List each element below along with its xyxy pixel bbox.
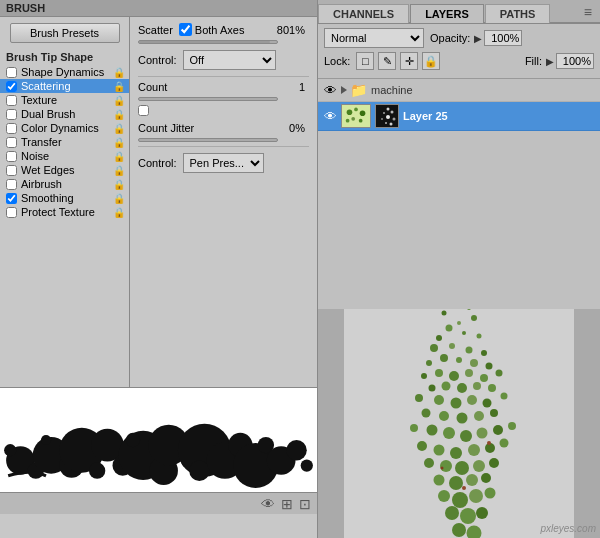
svg-point-26 xyxy=(347,109,353,115)
layer-group-machine[interactable]: 👁 📁 machine xyxy=(318,79,600,102)
svg-point-65 xyxy=(496,370,503,377)
svg-point-38 xyxy=(393,118,396,121)
shape-dynamics-checkbox[interactable] xyxy=(6,67,17,78)
panel-menu-button[interactable]: ≡ xyxy=(580,2,596,22)
count-jitter-slider[interactable] xyxy=(138,138,278,142)
sidebar-item-shape-dynamics[interactable]: Shape Dynamics 🔒 xyxy=(0,65,129,79)
lock-all-button[interactable]: 🔒 xyxy=(422,52,440,70)
svg-point-53 xyxy=(466,347,473,354)
dual-brush-checkbox[interactable] xyxy=(6,109,17,120)
preview-icon-eye[interactable]: 👁 xyxy=(261,496,275,512)
svg-point-107 xyxy=(485,488,496,499)
tab-channels[interactable]: CHANNELS xyxy=(318,4,409,23)
svg-point-73 xyxy=(451,398,462,409)
layer-mask-svg xyxy=(376,105,399,128)
scatter-label: Scatter xyxy=(138,24,173,36)
sidebar-item-dual-brush[interactable]: Dual Brush 🔒 xyxy=(0,107,129,121)
texture-lock-icon: 🔒 xyxy=(113,95,125,106)
sidebar-item-texture[interactable]: Texture 🔒 xyxy=(0,93,129,107)
color-dynamics-lock-icon: 🔒 xyxy=(113,123,125,134)
scatter-slider[interactable] xyxy=(138,40,278,44)
wet-edges-label: Wet Edges xyxy=(21,164,75,176)
wet-edges-checkbox[interactable] xyxy=(6,165,17,176)
svg-point-68 xyxy=(473,382,481,390)
shape-dynamics-lock-icon: 🔒 xyxy=(113,67,125,78)
svg-point-58 xyxy=(426,360,432,366)
tab-paths[interactable]: PATHS xyxy=(485,4,551,23)
group-expand-arrow-icon[interactable] xyxy=(341,86,347,94)
svg-point-62 xyxy=(465,369,473,377)
tabs-bar: CHANNELS LAYERS PATHS ≡ xyxy=(318,0,600,24)
svg-point-48 xyxy=(462,331,466,335)
sidebar-item-protect-texture[interactable]: Protect Texture 🔒 xyxy=(0,205,129,219)
airbrush-checkbox[interactable] xyxy=(6,179,17,190)
noise-label: Noise xyxy=(21,150,49,162)
group-folder-icon: 📁 xyxy=(350,82,367,98)
svg-point-116 xyxy=(441,467,444,470)
svg-point-51 xyxy=(430,344,438,352)
count-jitter-label: Count Jitter xyxy=(138,122,289,134)
svg-point-76 xyxy=(501,393,508,400)
sidebar-item-smoothing[interactable]: Smoothing 🔒 xyxy=(0,191,129,205)
protect-texture-lock-icon: 🔒 xyxy=(113,207,125,218)
protect-texture-checkbox[interactable] xyxy=(6,207,17,218)
brush-presets-button[interactable]: Brush Presets xyxy=(10,23,120,43)
watermark-text: pxleyes.com xyxy=(540,523,596,534)
svg-point-98 xyxy=(473,460,485,472)
transfer-checkbox[interactable] xyxy=(6,137,17,148)
fill-input[interactable] xyxy=(556,53,594,69)
brush-preview-area xyxy=(0,387,317,492)
lock-image-pixels-button[interactable]: ✎ xyxy=(378,52,396,70)
sidebar-item-transfer[interactable]: Transfer 🔒 xyxy=(0,135,129,149)
tab-layers[interactable]: LAYERS xyxy=(410,4,484,23)
sidebar-item-noise[interactable]: Noise 🔒 xyxy=(0,149,129,163)
svg-point-17 xyxy=(189,460,209,480)
svg-point-45 xyxy=(471,315,477,321)
sidebar-item-color-dynamics[interactable]: Color Dynamics 🔒 xyxy=(0,121,129,135)
noise-checkbox[interactable] xyxy=(6,151,17,162)
count-slider[interactable] xyxy=(138,97,278,101)
group-visibility-eye-icon[interactable]: 👁 xyxy=(324,83,337,98)
lock-label: Lock: xyxy=(324,55,350,67)
svg-point-74 xyxy=(467,395,477,405)
fill-arrow-icon[interactable]: ▶ xyxy=(546,56,554,67)
count-value: 1 xyxy=(299,81,305,93)
svg-point-83 xyxy=(427,425,438,436)
right-panel: CHANNELS LAYERS PATHS ≡ Normal Dissolve … xyxy=(318,0,600,538)
svg-point-27 xyxy=(354,108,358,112)
svg-point-82 xyxy=(410,424,418,432)
count-checkbox[interactable] xyxy=(138,105,149,116)
scattering-checkbox[interactable] xyxy=(6,81,17,92)
svg-point-111 xyxy=(452,523,466,537)
svg-point-85 xyxy=(460,430,472,442)
control-select-2[interactable]: Pen Pres... Off Fade Pen Tilt xyxy=(183,153,264,173)
layer-name-label: Layer 25 xyxy=(403,110,448,122)
texture-checkbox[interactable] xyxy=(6,95,17,106)
smoothing-checkbox[interactable] xyxy=(6,193,17,204)
layer-row-layer25[interactable]: 👁 xyxy=(318,102,600,131)
layer-visibility-eye-icon[interactable]: 👁 xyxy=(324,109,337,124)
svg-point-92 xyxy=(468,444,480,456)
opacity-input[interactable] xyxy=(484,30,522,46)
both-axes-checkbox[interactable] xyxy=(179,23,192,36)
svg-point-80 xyxy=(474,411,484,421)
lock-position-button[interactable]: ✛ xyxy=(400,52,418,70)
blend-mode-select[interactable]: Normal Dissolve Multiply Screen Overlay xyxy=(324,28,424,48)
svg-point-104 xyxy=(438,490,450,502)
preview-icon-expand[interactable]: ⊡ xyxy=(299,496,311,512)
preview-icon-grid[interactable]: ⊞ xyxy=(281,496,293,512)
sidebar-item-wet-edges[interactable]: Wet Edges 🔒 xyxy=(0,163,129,177)
smoothing-label: Smoothing xyxy=(21,192,74,204)
noise-lock-icon: 🔒 xyxy=(113,151,125,162)
svg-point-94 xyxy=(500,439,509,448)
sidebar-item-airbrush[interactable]: Airbrush 🔒 xyxy=(0,177,129,191)
control-select-1[interactable]: Off Fade Pen Pressure Pen Tilt xyxy=(183,50,276,70)
lock-transparent-pixels-button[interactable]: □ xyxy=(356,52,374,70)
opacity-arrow-icon[interactable]: ▶ xyxy=(474,33,482,44)
sidebar-item-scattering[interactable]: Scattering 🔒 xyxy=(0,79,129,93)
color-dynamics-checkbox[interactable] xyxy=(6,123,17,134)
both-axes-label[interactable]: Both Axes xyxy=(179,23,245,36)
svg-point-106 xyxy=(469,489,483,503)
svg-point-61 xyxy=(449,371,459,381)
svg-point-89 xyxy=(417,441,427,451)
